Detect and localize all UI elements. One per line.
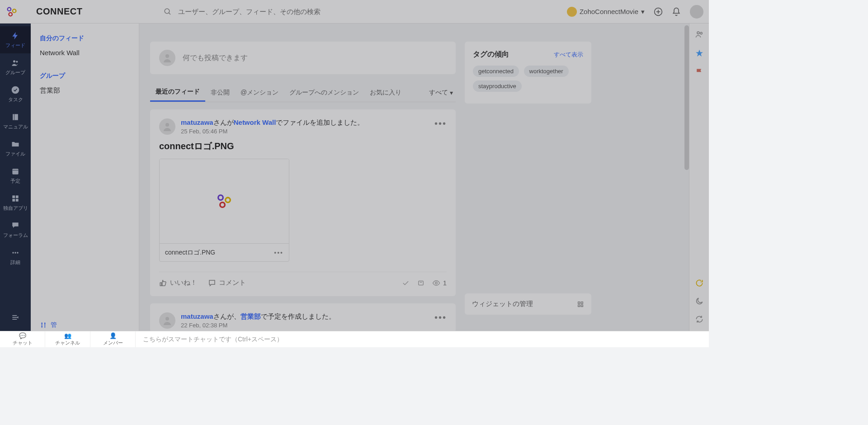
channel-icon: 👥 <box>64 332 71 339</box>
post-headline: matuzawaさんが、営業部で予定を作成しました。 <box>181 312 429 321</box>
composer[interactable]: 何でも投稿できます <box>150 42 456 74</box>
chat-icon: 💬 <box>19 332 26 339</box>
like-button[interactable]: いいね！ <box>159 279 197 287</box>
nav-more[interactable]: 詳細 <box>0 243 31 270</box>
post-actions: いいね！ コメント 1 <box>159 272 447 287</box>
folder-icon <box>11 140 20 149</box>
svg-point-0 <box>8 7 11 10</box>
comment-button[interactable]: コメント <box>208 279 246 287</box>
search-wrap <box>164 8 567 16</box>
thumbs-up-icon <box>159 279 167 287</box>
nav-feed[interactable]: フィード <box>0 26 31 53</box>
svg-rect-33 <box>418 281 423 285</box>
composer-avatar <box>159 50 175 66</box>
attachment-more-icon[interactable]: ••• <box>274 249 283 256</box>
main: フィード グループ タスク マニュアル ファイル 予定 独自アプリ フォーラム <box>0 24 709 331</box>
user-avatar[interactable] <box>690 5 703 19</box>
search-input[interactable] <box>178 8 404 15</box>
post-header: matuzawaさんが、営業部で予定を作成しました。 22 Feb, 02:38… <box>159 312 447 329</box>
chatbar: 💬 チャット 👥 チャンネル 👤 メンバー こちらがスマートチャットです（Ctr… <box>0 331 709 347</box>
post-user[interactable]: matuzawa <box>181 118 213 126</box>
nav-label: フォーラム <box>3 232 28 239</box>
app-logo[interactable] <box>5 5 33 18</box>
nav-forum[interactable]: フォーラム <box>0 216 31 243</box>
tag[interactable]: getconnected <box>473 66 519 77</box>
chat-hint: こちらがスマートチャットです（Ctrl+スペース） <box>143 335 283 344</box>
chevron-down-icon: ▾ <box>641 8 645 16</box>
post-avatar[interactable] <box>159 312 175 329</box>
views: 1 <box>432 279 447 287</box>
nav-schedule[interactable]: 予定 <box>0 162 31 189</box>
flag-icon[interactable] <box>695 68 704 77</box>
tab-favorite[interactable]: お気に入り <box>364 84 407 101</box>
tab-group-mention[interactable]: グループへのメンション <box>284 84 364 101</box>
tag[interactable]: stayproductive <box>473 80 522 92</box>
bell-icon[interactable] <box>672 7 681 16</box>
attachment-filename: connectロゴ.PNG <box>165 249 215 257</box>
center-column: 何でも投稿できます 最近のフィード 非公開 @メンション グループへのメンション… <box>150 42 456 313</box>
svg-rect-37 <box>578 302 580 303</box>
widget-title: タグの傾向 <box>473 50 509 59</box>
attachment-preview <box>160 159 289 243</box>
post-title: connectロゴ.PNG <box>159 140 447 152</box>
widget-showall[interactable]: すべて表示 <box>554 51 583 59</box>
content: 何でも投稿できます 最近のフィード 非公開 @メンション グループへのメンション… <box>139 24 709 331</box>
tab-mention[interactable]: @メンション <box>235 84 284 101</box>
post-user[interactable]: matuzawa <box>181 312 213 320</box>
post-location[interactable]: 営業部 <box>241 312 261 320</box>
tags-widget: タグの傾向 すべて表示 getconnected worktogether st… <box>465 42 591 104</box>
grid-icon <box>577 301 584 308</box>
attachment[interactable]: connectロゴ.PNG ••• <box>159 159 289 262</box>
attachment-bar: connectロゴ.PNG ••• <box>160 243 289 261</box>
nav-group[interactable]: グループ <box>0 53 31 80</box>
svg-point-2 <box>9 12 12 15</box>
chattab-channel[interactable]: 👥 チャンネル <box>45 331 90 348</box>
nav-collapse[interactable] <box>0 304 31 331</box>
subnav-footer[interactable]: 管 <box>40 321 57 329</box>
widget-manage[interactable]: ウィジェットの管理 <box>465 293 591 315</box>
post-avatar[interactable] <box>159 118 175 135</box>
search-icon <box>164 8 172 16</box>
add-icon[interactable] <box>654 7 663 16</box>
eye-icon <box>432 279 440 287</box>
svg-point-10 <box>12 86 19 94</box>
topbar: CONNECT ZohoConnectMovie ▾ <box>0 0 709 24</box>
collapse-icon <box>11 313 20 322</box>
nav-manual[interactable]: マニュアル <box>0 108 31 135</box>
post-location[interactable]: Network Wall <box>234 118 276 126</box>
scrollbar[interactable] <box>684 25 689 170</box>
tab-filter[interactable]: すべて ▾ <box>429 89 456 97</box>
people-icon[interactable] <box>695 30 704 39</box>
moon-icon[interactable] <box>695 297 704 306</box>
chattab-member[interactable]: 👤 メンバー <box>90 331 136 348</box>
svg-rect-11 <box>12 169 18 175</box>
check-icon[interactable] <box>401 279 410 287</box>
post-more-icon[interactable]: ••• <box>434 312 447 323</box>
svg-rect-38 <box>581 302 583 303</box>
tab-recent[interactable]: 最近のフィード <box>150 83 205 102</box>
view-count: 1 <box>443 279 447 287</box>
post: matuzawaさんがNetwork Wallでファイルを追加しました。 25 … <box>150 109 456 296</box>
side-widgets: タグの傾向 すべて表示 getconnected worktogether st… <box>465 42 591 313</box>
star-icon[interactable] <box>695 49 704 58</box>
subnav-item-sales[interactable]: 営業部 <box>31 83 139 99</box>
refresh-icon[interactable] <box>695 279 704 288</box>
nav-file[interactable]: ファイル <box>0 135 31 162</box>
subnav-heading-group: グループ <box>31 69 139 83</box>
forum-icon <box>11 221 20 230</box>
network-switcher[interactable]: ZohoConnectMovie ▾ <box>567 7 645 17</box>
nav-custom-app[interactable]: 独自アプリ <box>0 189 31 216</box>
subnav: 自分のフィード Network Wall グループ 営業部 管 <box>31 24 139 331</box>
subnav-item-networkwall[interactable]: Network Wall <box>31 45 139 60</box>
sync-icon[interactable] <box>695 315 704 324</box>
nav-label: タスク <box>8 96 23 103</box>
stream-icon[interactable] <box>417 279 425 287</box>
tab-private[interactable]: 非公開 <box>205 84 235 101</box>
chattab-chat[interactable]: 💬 チャット <box>0 331 45 348</box>
nav-task[interactable]: タスク <box>0 80 31 108</box>
post-headline: matuzawaさんがNetwork Wallでファイルを追加しました。 <box>181 118 429 127</box>
tag[interactable]: worktogether <box>524 66 569 77</box>
svg-point-8 <box>13 60 15 62</box>
nav-label: グループ <box>5 69 25 76</box>
post-more-icon[interactable]: ••• <box>434 118 447 129</box>
